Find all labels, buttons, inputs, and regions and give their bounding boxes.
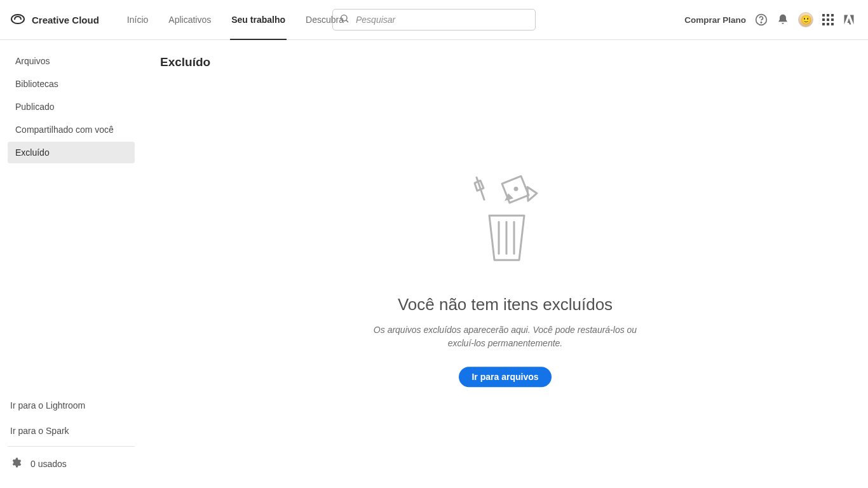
help-icon[interactable] <box>755 13 768 26</box>
header: Creative Cloud Início Aplicativos Seu tr… <box>0 0 868 40</box>
search-input[interactable] <box>356 15 529 25</box>
sidebar-item-published[interactable]: Publicado <box>8 96 135 118</box>
empty-state: Você não tem itens excluídos Os arquivos… <box>327 168 683 387</box>
body: Arquivos Bibliotecas Publicado Compartil… <box>0 40 868 488</box>
buy-plan-link[interactable]: Comprar Plano <box>684 15 746 25</box>
brand-name: Creative Cloud <box>32 15 99 25</box>
storage-row[interactable]: 0 usados <box>8 449 135 478</box>
sidebar-link-spark[interactable]: Ir para o Spark <box>8 418 135 444</box>
nav-apps[interactable]: Aplicativos <box>158 0 221 39</box>
search-icon <box>339 13 349 26</box>
svg-point-1 <box>341 15 347 21</box>
nav-home[interactable]: Início <box>117 0 158 39</box>
nav-your-work[interactable]: Seu trabalho <box>221 0 295 39</box>
svg-point-8 <box>515 187 517 190</box>
sidebar-item-shared[interactable]: Compartilhado com você <box>8 119 135 140</box>
sidebar-item-deleted[interactable]: Excluído <box>8 142 135 163</box>
notifications-icon[interactable] <box>776 13 789 26</box>
trash-illustration-icon <box>454 168 556 269</box>
adobe-logo-icon[interactable] <box>843 13 855 26</box>
main: Excluído Você não tem itens excluídos Os <box>142 40 868 488</box>
svg-line-2 <box>346 20 348 22</box>
empty-title: Você não tem itens excluídos <box>327 295 683 315</box>
sidebar-link-lightroom[interactable]: Ir para o Lightroom <box>8 393 135 418</box>
sidebar-separator <box>8 446 135 447</box>
storage-text: 0 usados <box>31 459 67 469</box>
primary-nav: Início Aplicativos Seu trabalho Descubra <box>117 0 354 39</box>
app-switcher-icon[interactable] <box>822 14 834 25</box>
sidebar-item-libraries[interactable]: Bibliotecas <box>8 73 135 95</box>
avatar[interactable]: 🙂 <box>798 12 813 27</box>
svg-point-4 <box>761 22 761 23</box>
brand[interactable]: Creative Cloud <box>10 11 99 29</box>
search-wrap <box>332 9 536 30</box>
header-right: Comprar Plano 🙂 <box>684 12 855 27</box>
gear-icon <box>10 457 22 470</box>
sidebar: Arquivos Bibliotecas Publicado Compartil… <box>0 40 142 488</box>
page-title: Excluído <box>160 55 850 69</box>
search[interactable] <box>332 9 536 30</box>
sidebar-item-files[interactable]: Arquivos <box>8 50 135 72</box>
empty-description: Os arquivos excluídos aparecerão aqui. V… <box>365 323 645 350</box>
creative-cloud-logo-icon <box>10 11 25 29</box>
go-to-files-button[interactable]: Ir para arquivos <box>459 367 551 387</box>
